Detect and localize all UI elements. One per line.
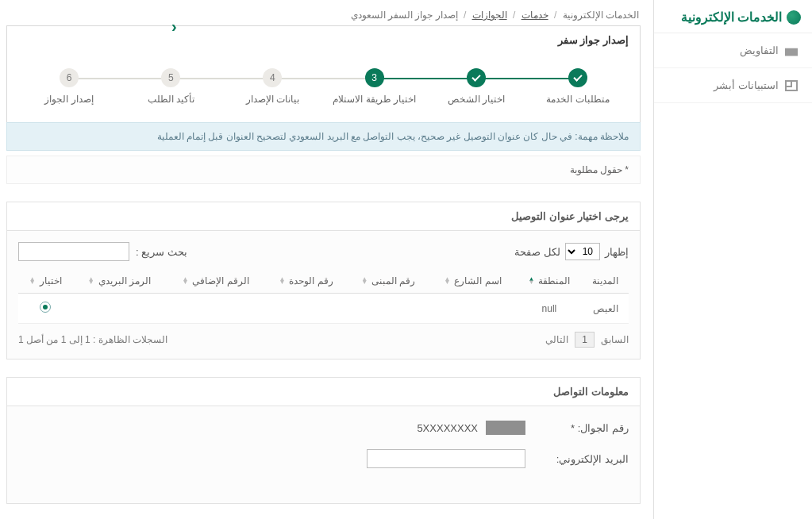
email-label: البريد الإلكتروني: [533,453,629,465]
step-2: اختيار الشخص [425,68,527,105]
check-icon [471,72,480,81]
breadcrumb-link-services[interactable]: خدمات [521,10,548,21]
sort-icon[interactable]: ▲▼ [444,278,450,284]
sort-icon[interactable]: ▲▼ [361,278,368,284]
cell-city: العيص [583,294,629,324]
breadcrumb-current: إصدار جواز السفر السعودي [351,10,458,21]
col-city: المدينة [583,269,629,294]
sidebar-item-delegations[interactable]: التفاويض [654,33,812,68]
briefcase-icon [785,45,798,56]
page-size-control: إظهار 10 لكل صفحة [514,243,629,260]
document-icon [785,80,798,91]
cell-unit [265,294,348,324]
quick-search: بحث سريع : [18,242,187,261]
page-size-select[interactable]: 10 [565,243,600,260]
main-content: الخدمات الإلكترونية / خدمات / الجوازات /… [0,0,653,519]
pager-next[interactable]: التالي [545,334,568,345]
step-circle-done [568,68,587,87]
step-3: 3 اختيار طريقة الاستلام [323,68,425,105]
step-6: 6 إصدار الجواز [18,68,120,105]
email-row: البريد الإلكتروني: [18,449,629,468]
select-radio[interactable] [40,302,51,313]
sidebar-item-label: التفاويض [740,44,779,56]
step-5: 5 تأكيد الطلب [120,68,221,105]
col-building: رقم المبنى▲▼ [347,269,429,294]
required-fields-note: * حقول مطلوبة [6,156,641,184]
sort-icon[interactable]: ▲▼ [528,278,534,284]
cell-choose [18,294,72,324]
pager: السابق 1 التالي السجلات الظاهرة : 1 إلى … [18,332,629,348]
sidebar-title: الخدمات الإلكترونية [654,10,812,33]
stepper-line [18,78,629,79]
cell-extra [166,294,264,324]
pager-page-1[interactable]: 1 [575,332,595,348]
sort-icon[interactable]: ▲▼ [279,278,285,284]
sort-icon[interactable]: ▲▼ [29,278,36,284]
globe-icon [787,10,801,25]
col-street: اسم الشارع▲▼ [429,269,516,294]
contact-section: رقم الجوال: * 5XXXXXXXX البريد الإلكترون… [6,406,641,504]
sidebar-item-label: استبيانات أبشر [714,79,779,91]
check-icon [573,72,582,81]
mobile-rest: 5XXXXXXXX [417,422,478,434]
breadcrumb: الخدمات الإلكترونية / خدمات / الجوازات /… [6,10,641,25]
col-choose: اختيار▲▼ [18,269,72,294]
breadcrumb-root: الخدمات الإلكترونية [563,10,639,21]
step-1: متطلبات الخدمة [527,68,629,105]
cell-postal [72,294,166,324]
cell-region: null [516,294,583,324]
mobile-row: رقم الجوال: * 5XXXXXXXX [18,421,629,435]
cell-building [347,294,429,324]
sidebar-title-text: الخدمات الإلكترونية [681,10,782,25]
chevron-back-icon[interactable]: ‹ [171,17,177,36]
breadcrumb-link-passports[interactable]: الجوازات [472,10,507,21]
col-extra: الرقم الإضافي▲▼ [166,269,264,294]
sort-icon[interactable]: ▲▼ [182,278,188,284]
address-section-title: يرجى اختيار عنوان التوصيل [6,202,641,230]
col-region: المنطقة▲▼ [516,269,583,294]
mobile-label: رقم الجوال: * [533,422,629,434]
pager-summary: السجلات الظاهرة : 1 إلى 1 من أصل 1 [18,334,167,345]
sidebar-item-surveys[interactable]: استبيانات أبشر [654,68,812,103]
notice-box: ملاحظة مهمة: في حال كان عنوان التوصيل غي… [6,122,641,151]
panel-title: إصدار جواز سفر [6,25,641,54]
step-circle-pending: 6 [60,68,79,87]
sort-icon[interactable]: ▲▼ [88,278,94,284]
step-circle-pending: 5 [161,68,180,87]
address-section: إظهار 10 لكل صفحة بحث سريع : المدينة الم… [6,230,641,359]
email-field[interactable] [367,449,525,468]
stepper: متطلبات الخدمة اختيار الشخص 3 اختيار طري… [6,54,641,122]
search-input[interactable] [18,242,129,261]
contact-section-title: معلومات التواصل [6,377,641,406]
col-unit: رقم الوحدة▲▼ [265,269,348,294]
cell-street [429,294,516,324]
address-table: المدينة المنطقة▲▼ اسم الشارع▲▼ رقم المبن… [18,269,629,324]
col-postal: الرمز البريدي▲▼ [72,269,166,294]
step-circle-done [467,68,486,87]
mobile-masked-prefix [486,421,525,435]
sidebar: الخدمات الإلكترونية التفاويض استبيانات أ… [653,0,812,519]
step-circle-active: 3 [365,68,384,87]
pager-prev[interactable]: السابق [601,334,629,345]
step-4: 4 بيانات الإصدار [221,68,323,105]
table-row: العيص null [18,294,629,324]
step-circle-pending: 4 [263,68,282,87]
